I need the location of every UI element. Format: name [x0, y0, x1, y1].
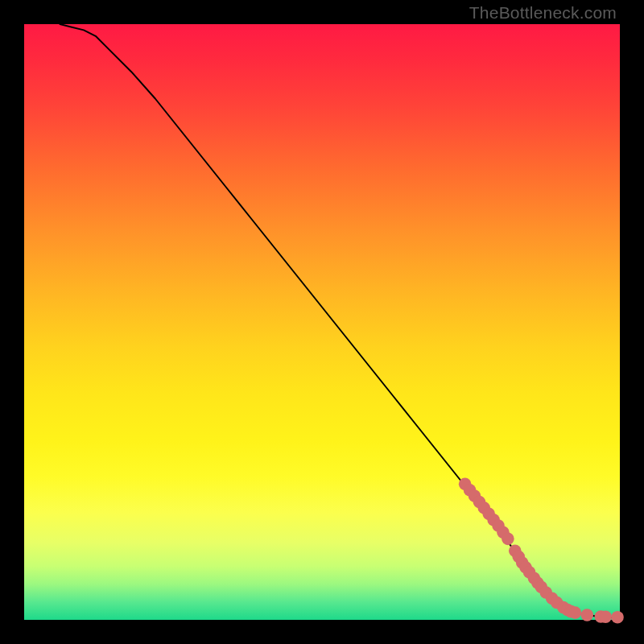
data-point	[611, 611, 624, 624]
data-point	[502, 533, 514, 546]
data-point	[569, 606, 582, 619]
data-points-group	[459, 478, 624, 624]
chart-svg	[24, 24, 620, 620]
watermark-text: TheBottleneck.com	[469, 3, 617, 23]
data-point	[581, 609, 594, 621]
bottleneck-curve-line	[60, 24, 620, 617]
data-point	[599, 611, 612, 624]
plot-area	[24, 24, 620, 620]
chart-stage: TheBottleneck.com	[0, 0, 644, 644]
